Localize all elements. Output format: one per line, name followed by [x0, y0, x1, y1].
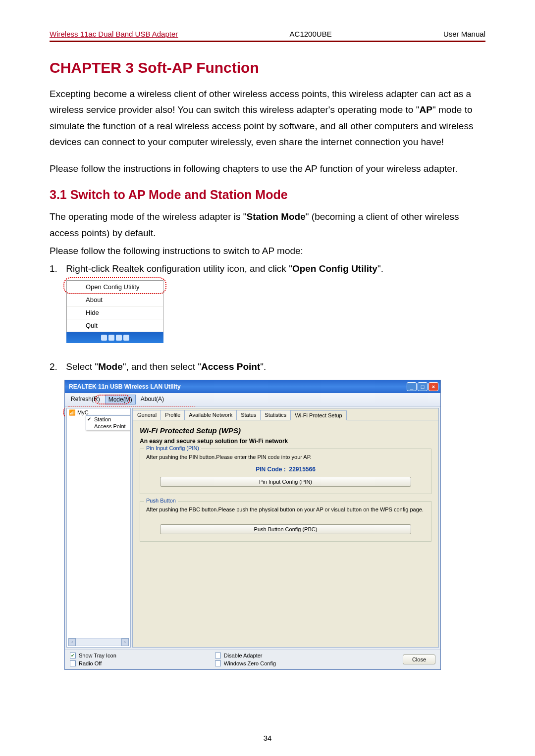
page-number: 34 — [0, 734, 535, 742]
section-title: 3.1 Switch to AP Mode and Station Mode — [50, 188, 485, 202]
step-1: 1. Right-click Realtek configuration uti… — [50, 261, 485, 277]
ctx-hide[interactable]: Hide — [67, 306, 163, 319]
tray-icon — [101, 335, 107, 341]
op1-pre: The operating mode of the wireless adapt… — [50, 211, 247, 222]
chapter-title: CHAPTER 3 Soft-AP Function — [50, 59, 485, 76]
intro-paragraph-1: Excepting become a wireless client of ot… — [50, 86, 485, 150]
groupbox-pin: Pin Input Config (PIN) After pushing the… — [140, 449, 431, 494]
tray-icon — [123, 335, 129, 341]
checkbox-radio-off[interactable]: Radio Off — [70, 660, 116, 666]
close-window-button[interactable]: × — [428, 382, 438, 391]
context-menu-screenshot: Open Config Utility About Hide Quit — [66, 280, 165, 343]
checkbox-windows-zero-config[interactable]: Windows Zero Config — [215, 660, 304, 666]
tree-pane: 📶 MyC Station Access Point ‹ › — [66, 408, 131, 648]
menu-refresh[interactable]: Refresh(R) — [68, 395, 103, 404]
minimize-button[interactable]: _ — [407, 382, 417, 391]
utility-window: REALTEK 11n USB Wireless LAN Utility _ □… — [64, 380, 441, 670]
tab-available-network[interactable]: Available Network — [184, 410, 237, 420]
tray-icon — [116, 335, 122, 341]
op1-bold: Station Mode — [247, 211, 306, 222]
header-rule — [50, 41, 485, 42]
checkbox-disable-adapter[interactable]: Disable Adapter — [215, 653, 304, 658]
context-menu: Open Config Utility About Hide Quit — [66, 280, 163, 332]
disable-adapter-label: Disable Adapter — [224, 653, 263, 658]
step1-num: 1. — [50, 261, 63, 277]
system-tray — [66, 332, 163, 343]
radio-off-label: Radio Off — [79, 660, 102, 666]
tab-content-wps: Wi-Fi Protected Setup (WPS) An easy and … — [133, 420, 438, 553]
menu-mode[interactable]: Mode(M) — [105, 395, 136, 404]
content-pane: General Profile Available Network Status… — [132, 408, 439, 648]
tab-general[interactable]: General — [133, 410, 161, 420]
pin-desc: After pushing the PIN button.Please ente… — [146, 454, 425, 460]
scroll-right-icon[interactable]: › — [121, 638, 129, 646]
step1-pre: Right-click Realtek configuration utilit… — [66, 263, 292, 274]
pin-legend: Pin Input Config (PIN) — [144, 445, 201, 451]
tree-root-label: MyC — [77, 409, 89, 415]
intro1-bold: AP — [419, 104, 432, 115]
step1-bold: Open Config Utility — [292, 263, 377, 274]
checkbox-show-tray[interactable]: ✔ Show Tray Icon — [70, 653, 116, 658]
tree-scrollbar[interactable]: ‹ › — [68, 638, 129, 646]
mode-dropdown: Station Access Point — [86, 415, 131, 430]
wps-title: Wi-Fi Protected Setup (WPS) — [140, 426, 431, 435]
step2-pre: Select " — [66, 361, 98, 372]
wps-subtitle: An easy and secure setup solution for Wi… — [140, 438, 431, 445]
pin-code-value: 22915566 — [289, 466, 315, 473]
pbc-desc: After pushing the PBC button.Please push… — [146, 506, 425, 512]
step-2: 2. Select "Mode", and then select "Acces… — [50, 359, 485, 375]
zero-config-label: Windows Zero Config — [224, 660, 276, 666]
pbc-config-button[interactable]: Push Button Config (PBC) — [160, 524, 411, 534]
intro-paragraph-2: Please follow the instructions in follow… — [50, 161, 485, 177]
titlebar: REALTEK 11n USB Wireless LAN Utility _ □… — [65, 380, 440, 393]
checkbox-icon: ✔ — [70, 653, 76, 658]
tab-strip: General Profile Available Network Status… — [133, 408, 438, 420]
header-right: User Manual — [443, 30, 485, 38]
groupbox-pbc: Push Button After pushing the PBC button… — [140, 501, 431, 542]
checkbox-icon — [215, 660, 221, 666]
mode-station[interactable]: Station — [86, 416, 131, 423]
pin-code: PIN Code : 22915566 — [146, 466, 425, 473]
show-tray-label: Show Tray Icon — [79, 653, 116, 658]
scroll-left-icon[interactable]: ‹ — [68, 638, 76, 646]
tab-statistics[interactable]: Statistics — [260, 410, 291, 420]
ctx-about[interactable]: About — [67, 294, 163, 306]
tab-wifi-protect-setup[interactable]: Wi-Fi Protect Setup — [290, 410, 346, 420]
step2-b1: Mode — [98, 361, 123, 372]
step1-post: ". — [377, 263, 383, 274]
menu-about[interactable]: About(A) — [138, 395, 167, 404]
maximize-button[interactable]: □ — [418, 382, 428, 391]
checkbox-icon — [215, 653, 221, 658]
opmode-text-1: The operating mode of the wireless adapt… — [50, 209, 485, 241]
step2-num: 2. — [50, 359, 63, 375]
scroll-track[interactable] — [76, 638, 121, 646]
ctx-quit[interactable]: Quit — [67, 319, 163, 332]
pin-config-button[interactable]: Pin Input Config (PIN) — [160, 477, 411, 487]
mode-access-point[interactable]: Access Point — [86, 423, 131, 430]
step2-post: ". — [260, 361, 266, 372]
close-button[interactable]: Close — [403, 655, 435, 664]
intro1-pre: Excepting become a wireless client of ot… — [50, 89, 471, 115]
checkbox-icon — [70, 660, 76, 666]
ctx-open-config[interactable]: Open Config Utility — [67, 281, 163, 294]
header-left: Wireless 11ac Dual Band USB Adapter — [50, 30, 178, 38]
window-body: 📶 MyC Station Access Point ‹ › General P… — [65, 406, 440, 649]
tray-icon — [108, 335, 114, 341]
tab-profile[interactable]: Profile — [160, 410, 185, 420]
tab-status[interactable]: Status — [236, 410, 261, 420]
step2-b2: Access Point — [201, 361, 260, 372]
window-footer: ✔ Show Tray Icon Radio Off Disable Adapt… — [65, 649, 440, 669]
pin-code-label: PIN Code : — [256, 466, 286, 473]
menubar: Refresh(R) Mode(M) About(A) — [65, 393, 440, 406]
window-title: REALTEK 11n USB Wireless LAN Utility — [69, 383, 181, 390]
opmode-text-2: Please follow the following instructions… — [50, 243, 485, 259]
step2-mid: ", and then select " — [123, 361, 201, 372]
header-mid: AC1200UBE — [290, 30, 332, 38]
pbc-legend: Push Button — [144, 498, 178, 504]
